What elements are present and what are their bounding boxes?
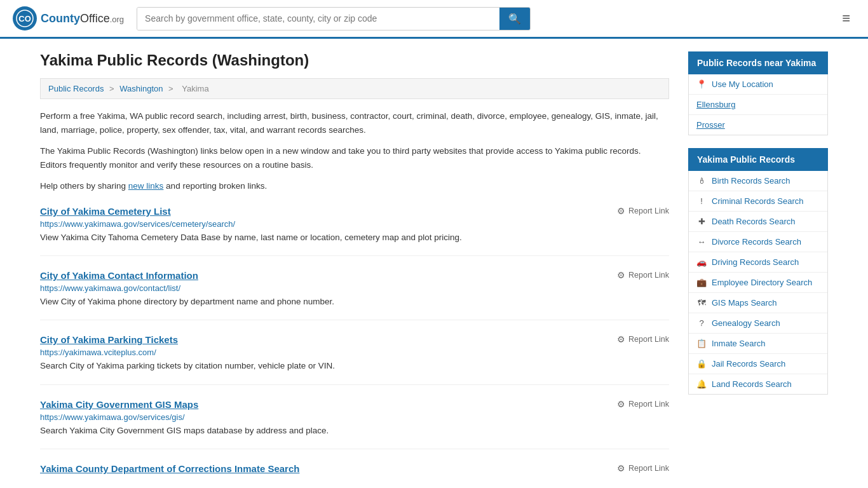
record-entry: City of Yakima Parking Tickets ⚙ Report … <box>40 334 669 384</box>
sidebar-item-label: Divorce Records Search <box>712 237 801 247</box>
main-container: Yakima Public Records (Washington) Publi… <box>21 39 847 488</box>
sidebar-item-icon: ↔ <box>696 237 707 247</box>
sidebar-nearby-section: Public Records near Yakima 📍 Use My Loca… <box>688 51 828 135</box>
breadcrumb: Public Records > Washington > Yakima <box>40 78 669 99</box>
sidebar-nearby-box: 📍 Use My Location EllensburgProsser <box>688 74 828 135</box>
record-entry: Yakima City Government GIS Maps ⚙ Report… <box>40 399 669 449</box>
breadcrumb-public-records[interactable]: Public Records <box>48 84 104 93</box>
hamburger-icon: ≡ <box>842 10 850 26</box>
sidebar-item-icon: ! <box>696 196 707 206</box>
search-input[interactable] <box>137 8 499 30</box>
intro-text-2: The Yakima Public Records (Washington) l… <box>40 144 669 172</box>
report-icon: ⚙ <box>617 399 625 409</box>
share-pre: Help others by sharing <box>40 181 128 191</box>
sidebar-record-item[interactable]: ✚ Death Records Search <box>689 212 827 232</box>
content-area: Yakima Public Records (Washington) Publi… <box>40 51 669 488</box>
record-title[interactable]: Yakima County Department of Corrections … <box>40 463 299 474</box>
report-link[interactable]: ⚙ Report Link <box>617 334 669 344</box>
nearby-cities: EllensburgProsser <box>689 95 827 135</box>
record-url[interactable]: https://www.yakimawa.gov/contact/list/ <box>40 283 669 293</box>
breadcrumb-sep1: > <box>109 84 116 93</box>
record-url[interactable]: https://www.yakimawa.gov/services/cemete… <box>40 219 669 229</box>
sidebar-record-item[interactable]: 📋 Inmate Search <box>689 334 827 354</box>
report-link[interactable]: ⚙ Report Link <box>617 399 669 409</box>
sidebar-item-label: GIS Maps Search <box>712 298 777 308</box>
record-desc: Search City of Yakima parking tickets by… <box>40 360 669 372</box>
breadcrumb-sep2: > <box>168 84 175 93</box>
record-desc: View City of Yakima phone directory by d… <box>40 295 669 308</box>
record-url[interactable]: https://www.yakimawa.gov/services/gis/ <box>40 412 669 422</box>
record-header: City of Yakima Contact Information ⚙ Rep… <box>40 270 669 281</box>
use-my-location-item[interactable]: 📍 Use My Location <box>689 74 827 95</box>
sidebar-item-label: Driving Records Search <box>712 257 799 267</box>
location-pin-icon: 📍 <box>696 79 707 89</box>
sidebar-record-item[interactable]: 🗺 GIS Maps Search <box>689 293 827 313</box>
sidebar-records-heading: Yakima Public Records <box>688 148 828 171</box>
sidebar-item-icon: 🕯 <box>696 176 707 186</box>
sidebar-record-item[interactable]: 🚗 Driving Records Search <box>689 252 827 273</box>
sidebar: Public Records near Yakima 📍 Use My Loca… <box>688 51 828 488</box>
record-desc: Search Yakima City Government GIS maps d… <box>40 424 669 437</box>
sidebar-item-icon: ? <box>696 318 707 328</box>
sidebar-item-icon: ✚ <box>696 217 707 226</box>
logo-svg: CO <box>16 10 34 27</box>
site-header: CO CountyOffice.org 🔍 ≡ <box>0 0 868 39</box>
sidebar-record-links: 🕯 Birth Records Search ! Criminal Record… <box>689 171 827 394</box>
sidebar-nearby-heading: Public Records near Yakima <box>688 51 828 74</box>
search-icon: 🔍 <box>508 13 521 24</box>
use-my-location-label: Use My Location <box>712 79 773 89</box>
record-title[interactable]: City of Yakima Parking Tickets <box>40 334 178 345</box>
sidebar-item-label: Death Records Search <box>712 217 796 226</box>
record-desc: View Yakima City Tahoma Cemetery Data Ba… <box>40 231 669 244</box>
search-bar: 🔍 <box>137 7 531 30</box>
record-title[interactable]: City of Yakima Contact Information <box>40 270 198 281</box>
record-entry: Yakima County Department of Corrections … <box>40 463 669 488</box>
hamburger-menu-button[interactable]: ≡ <box>837 8 855 29</box>
breadcrumb-washington[interactable]: Washington <box>119 84 163 93</box>
record-title[interactable]: Yakima City Government GIS Maps <box>40 399 198 410</box>
sidebar-records-box: 🕯 Birth Records Search ! Criminal Record… <box>688 171 828 395</box>
intro-text-1: Perform a free Yakima, WA public record … <box>40 109 669 137</box>
share-text: Help others by sharing new links and rep… <box>40 179 669 193</box>
page-title: Yakima Public Records (Washington) <box>40 51 669 69</box>
nearby-city-link[interactable]: Prosser <box>689 115 827 135</box>
report-link[interactable]: ⚙ Report Link <box>617 463 669 473</box>
sidebar-item-icon: 🗺 <box>696 298 707 308</box>
sidebar-record-item[interactable]: ? Genealogy Search <box>689 313 827 334</box>
sidebar-record-item[interactable]: 🔒 Jail Records Search <box>689 354 827 374</box>
report-icon: ⚙ <box>617 270 625 280</box>
sidebar-records-section: Yakima Public Records 🕯 Birth Records Se… <box>688 148 828 395</box>
report-link[interactable]: ⚙ Report Link <box>617 270 669 280</box>
share-post: and reporting broken links. <box>163 181 267 191</box>
sidebar-item-label: Criminal Records Search <box>712 196 804 206</box>
record-entry: City of Yakima Contact Information ⚙ Rep… <box>40 270 669 320</box>
record-header: Yakima City Government GIS Maps ⚙ Report… <box>40 399 669 410</box>
record-url[interactable]: https://yakimawa.vciteplus.com/ <box>40 348 669 357</box>
record-title[interactable]: City of Yakima Cemetery List <box>40 206 171 217</box>
sidebar-record-item[interactable]: ! Criminal Records Search <box>689 191 827 212</box>
logo-office: Office <box>80 12 110 25</box>
record-header: City of Yakima Cemetery List ⚙ Report Li… <box>40 206 669 217</box>
report-link[interactable]: ⚙ Report Link <box>617 206 669 216</box>
records-list: City of Yakima Cemetery List ⚙ Report Li… <box>40 206 669 488</box>
sidebar-item-icon: 💼 <box>696 278 707 287</box>
sidebar-item-icon: 🚗 <box>696 257 707 267</box>
svg-text:CO: CO <box>18 14 31 24</box>
new-links-link[interactable]: new links <box>128 181 164 191</box>
sidebar-item-icon: 🔔 <box>696 379 707 389</box>
sidebar-record-item[interactable]: ↔ Divorce Records Search <box>689 232 827 252</box>
sidebar-record-item[interactable]: 🕯 Birth Records Search <box>689 171 827 191</box>
record-header: City of Yakima Parking Tickets ⚙ Report … <box>40 334 669 345</box>
report-icon: ⚙ <box>617 463 625 473</box>
logo-icon: CO <box>13 6 37 30</box>
sidebar-item-label: Land Records Search <box>712 379 792 389</box>
search-button[interactable]: 🔍 <box>499 8 530 30</box>
sidebar-record-item[interactable]: 🔔 Land Records Search <box>689 374 827 394</box>
nearby-city-link[interactable]: Ellensburg <box>689 95 827 115</box>
sidebar-item-label: Birth Records Search <box>712 176 790 186</box>
logo-tld: .org <box>110 15 124 24</box>
site-logo[interactable]: CO CountyOffice.org <box>13 6 124 30</box>
sidebar-record-item[interactable]: 💼 Employee Directory Search <box>689 273 827 293</box>
sidebar-item-label: Genealogy Search <box>712 318 780 328</box>
breadcrumb-yakima: Yakima <box>182 84 208 93</box>
